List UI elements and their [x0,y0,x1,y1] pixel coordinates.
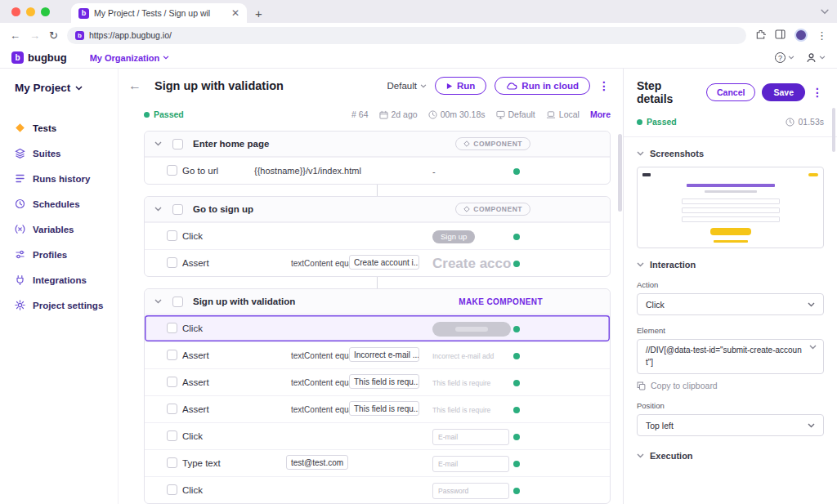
thumb-logo [642,173,651,176]
run-button[interactable]: Run [435,77,486,95]
tab-close-icon[interactable]: ✕ [231,7,239,19]
step-row-selected[interactable]: Click [145,314,610,341]
reload-icon[interactable]: ↻ [49,30,58,41]
main-scrollbar-thumb[interactable] [618,134,622,212]
collapse-chevron-icon[interactable] [154,141,162,146]
step-row[interactable]: Assert textContent equal Create account … [145,249,610,276]
step-checkbox[interactable] [167,430,177,441]
fullscreen-window-button[interactable] [41,7,50,16]
tab-title: My Project / Tests / Sign up wil [94,8,226,18]
assert-value-input[interactable]: This field is requ... [349,374,419,389]
more-link[interactable]: More [590,109,611,119]
back-arrow-icon[interactable]: ← [128,78,141,93]
back-icon[interactable]: ← [10,30,20,41]
thumb-heading [687,184,775,187]
organization-dropdown[interactable]: My Organization [90,53,170,63]
step-checkbox[interactable] [167,350,177,360]
new-tab-button[interactable]: + [255,7,262,20]
assert-value-input[interactable]: Incorrect e-mail ... [349,347,419,362]
step-row[interactable]: Assert textContent equal This field is r… [145,368,610,395]
forward-icon[interactable]: → [29,30,40,41]
tab-list-chevron-icon[interactable] [821,9,829,15]
type-text-value-input[interactable]: test@test.com [286,455,348,470]
step-checkbox[interactable] [167,323,177,333]
step-element-screenshot [432,322,511,337]
step-row[interactable]: Assert textContent equal Incorrect e-mai… [145,341,610,368]
profile-dropdown[interactable]: Default [387,81,427,91]
app-body: My Project Tests Suites Runs history [0,69,837,504]
extensions-puzzle-icon[interactable] [755,29,766,42]
sidebar-item-integrations[interactable]: Integrations [15,267,118,292]
action-select[interactable]: Click [637,293,824,315]
step-action: Click [182,431,203,441]
sidebar-item-suites[interactable]: Suites [15,140,118,166]
browser-menu-kebab-icon[interactable]: ⋮ [817,30,827,41]
url-text: https://app.bugbug.io/ [89,30,172,40]
element-selector-combobox[interactable]: //DIV[@data-test-id="submit-create-accou… [637,339,824,374]
clock-icon [428,110,437,119]
panel-menu-kebab-icon[interactable]: ⋮ [812,86,824,99]
run-in-cloud-button[interactable]: Run in cloud [495,77,590,95]
assert-value-input[interactable]: Create account i... [349,255,419,270]
step-checkbox[interactable] [167,484,177,495]
step-row[interactable]: Go to url {{hostname}}/v1/index.html - [145,157,610,184]
test-menu-kebab-icon[interactable]: ⋮ [598,79,611,92]
sidebar-item-project-settings[interactable]: Project settings [15,292,118,318]
group-connector-line [377,277,378,288]
step-group-header[interactable]: Sign up with validation MAKE COMPONENT [145,289,610,314]
help-icon: ? [775,52,786,63]
step-row[interactable]: Click E-mail [145,422,610,449]
step-passed-dot [513,461,520,467]
collapse-chevron-icon[interactable] [154,207,162,212]
minimize-window-button[interactable] [26,7,35,16]
group-title: Enter home page [193,139,269,149]
cancel-button[interactable]: Cancel [706,83,755,101]
screenshots-section-header[interactable]: Screenshots [637,149,824,158]
step-row[interactable]: Click Sign up [145,222,610,249]
browser-tab[interactable]: b My Project / Tests / Sign up wil ✕ [71,3,247,23]
last-run-status-bar: Passed # 64 2d ago 00m 30.18s Default [144,103,611,126]
help-menu[interactable]: ? [775,52,794,63]
position-field-label: Position [637,401,824,410]
group-checkbox[interactable] [172,139,183,149]
sidebar-item-variables[interactable]: Variables [15,216,118,242]
copy-to-clipboard-link[interactable]: Copy to clipboard [637,381,824,390]
step-group-header[interactable]: Go to sign up COMPONENT [145,197,610,222]
step-row[interactable]: Assert textContent equal This field is r… [145,395,610,422]
sidebar-item-tests[interactable]: Tests [15,115,118,140]
execution-section-header[interactable]: Execution [637,451,824,461]
assert-value-input[interactable]: This field is requ... [349,401,419,416]
step-passed-dot [513,261,520,267]
sidebar-item-runs-history[interactable]: Runs history [15,166,118,191]
user-menu[interactable] [806,52,826,63]
step-checkbox[interactable] [167,165,177,176]
project-selector[interactable]: My Project [15,82,118,94]
close-window-button[interactable] [11,7,20,16]
step-row[interactable]: Type text test@test.com E-mail [145,449,610,476]
bugbug-logo-text: bugbug [28,51,67,64]
url-bar[interactable]: b https://app.bugbug.io/ [67,27,746,44]
make-component-link[interactable]: MAKE COMPONENT [459,297,543,306]
side-panel-icon[interactable] [775,29,786,41]
step-checkbox[interactable] [167,377,177,387]
bugbug-logo[interactable]: b bugbug [11,51,67,64]
step-screenshot-thumbnail[interactable] [637,167,824,248]
thumb-link [714,240,748,243]
step-row[interactable]: Click Password [145,476,610,503]
save-button[interactable]: Save [762,83,805,101]
sidebar-item-schedules[interactable]: Schedules [15,191,118,216]
clock-icon [786,118,794,127]
step-checkbox[interactable] [167,230,177,241]
position-select[interactable]: Top left [637,414,824,436]
browser-profile-avatar[interactable] [794,29,808,42]
step-checkbox[interactable] [167,457,177,468]
interaction-section-header[interactable]: Interaction [637,260,824,270]
group-checkbox[interactable] [172,297,183,307]
step-group-header[interactable]: Enter home page COMPONENT [145,132,610,157]
group-checkbox[interactable] [172,204,183,215]
sidebar-item-profiles[interactable]: Profiles [15,242,118,267]
panel-scrollbar-thumb[interactable] [832,108,835,152]
step-checkbox[interactable] [167,404,177,414]
collapse-chevron-icon[interactable] [154,299,162,304]
step-checkbox[interactable] [167,257,177,268]
